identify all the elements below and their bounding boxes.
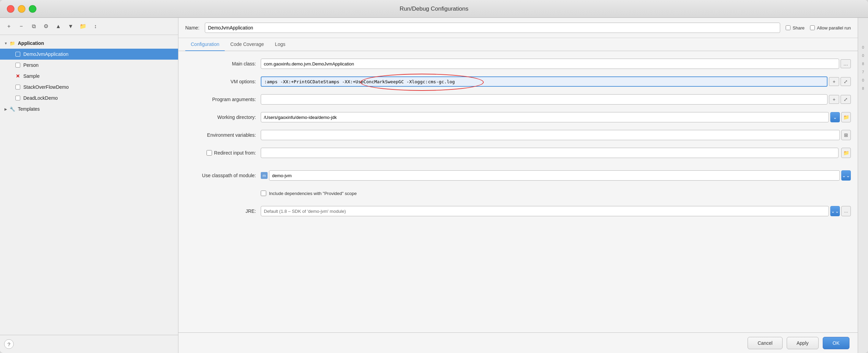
redirect-label: Redirect input from: [185, 150, 261, 156]
parallel-checkbox[interactable] [810, 25, 815, 30]
redirect-checkbox[interactable] [207, 150, 212, 156]
cancel-button[interactable]: Cancel [748, 337, 783, 349]
sidebar-item-person[interactable]: Person [0, 60, 178, 71]
module-label: Use classpath of module: [185, 173, 261, 178]
include-deps-check-group: Include dependencies with "Provided" sco… [261, 191, 851, 196]
parallel-label: Allow parallel run [817, 25, 851, 31]
main-class-row: Main class: … [185, 58, 851, 70]
program-args-browse-button[interactable]: ⤢ [841, 95, 851, 104]
jre-input[interactable] [261, 206, 829, 216]
config-icon-stackoverflow [14, 84, 21, 90]
parallel-checkbox-row: Allow parallel run [810, 25, 851, 31]
redirect-text-label: Redirect input from: [214, 150, 256, 156]
env-vars-input[interactable] [261, 130, 840, 140]
include-deps-checkbox[interactable] [261, 191, 266, 196]
sort-button[interactable]: ↕ [91, 23, 100, 30]
right-panel: Name: Share Allow parallel run Configura… [178, 18, 858, 353]
sidebar-label-demojvmapplication: DemoJvmApplication [23, 51, 69, 57]
right-num-0: 0 [862, 45, 864, 49]
sidebar-label-application: Application [18, 40, 44, 46]
sidebar-label-templates: Templates [18, 106, 40, 112]
env-vars-input-group: ⊞ [261, 130, 851, 140]
program-args-expand-button[interactable]: + [829, 95, 839, 104]
working-dir-row: Working directory: ⌄ 📁 [185, 111, 851, 123]
sidebar-label-deadlock: DeadLockDemo [23, 95, 58, 101]
form-area: Main class: … VM options: + ⤢ [178, 51, 858, 332]
vm-options-wrapper: + ⤢ [261, 76, 851, 87]
expand-arrow-templates: ▶ [3, 106, 9, 112]
sidebar: + − ⧉ ⚙ ▲ ▼ 📁 ↕ ▼ 📁 Application [0, 18, 178, 353]
vm-input-row: + ⤢ [261, 76, 851, 87]
config-icon-demojvm [14, 51, 21, 57]
redirect-input[interactable] [261, 148, 838, 158]
include-deps-row: Include dependencies with "Provided" sco… [185, 187, 851, 199]
working-dir-input[interactable] [261, 112, 829, 122]
right-num-4: 0 [862, 78, 864, 82]
share-checkbox-row: Share [786, 25, 805, 31]
move-up-button[interactable]: ▲ [54, 23, 63, 30]
share-label: Share [793, 25, 805, 31]
move-down-button[interactable]: ▼ [66, 23, 75, 30]
include-deps-label: Include dependencies with "Provided" sco… [269, 191, 357, 196]
config-tree: ▼ 📁 Application DemoJvmApplication [0, 35, 178, 335]
jre-label: JRE: [185, 208, 261, 214]
maximize-button[interactable] [29, 5, 36, 13]
settings-button[interactable]: ⚙ [41, 23, 51, 30]
tab-configuration[interactable]: Configuration [185, 38, 225, 51]
right-num-5: 8 [862, 86, 864, 90]
bottom-bar: Cancel Apply OK [178, 332, 858, 353]
env-vars-edit-button[interactable]: ⊞ [841, 130, 851, 140]
remove-config-button[interactable]: − [16, 23, 26, 30]
module-input[interactable] [269, 170, 840, 181]
tab-code-coverage[interactable]: Code Coverage [225, 38, 269, 51]
sidebar-item-deadlock[interactable]: DeadLockDemo [0, 93, 178, 104]
folder-icon: 📁 [9, 40, 16, 46]
vm-options-row: VM options: + ⤢ [185, 76, 851, 87]
vm-options-collapse-button[interactable]: ⤢ [841, 77, 851, 86]
config-icon-deadlock [14, 95, 21, 101]
share-checkbox[interactable] [786, 25, 790, 30]
sidebar-item-stackoverflow[interactable]: StackOverFlowDemo [0, 82, 178, 93]
module-dropdown-button[interactable]: ⌄⌄ [841, 170, 851, 181]
vm-options-input[interactable] [261, 76, 828, 87]
sidebar-item-application[interactable]: ▼ 📁 Application [0, 38, 178, 49]
sidebar-item-demojvmapplication[interactable]: DemoJvmApplication [0, 49, 178, 60]
title-bar: Run/Debug Configurations [0, 0, 868, 18]
close-button[interactable] [7, 5, 14, 13]
vm-options-expand-button[interactable]: + [829, 77, 839, 86]
main-class-input[interactable] [261, 59, 839, 69]
sidebar-bottom: ? [0, 335, 178, 353]
env-vars-row: Environment variables: ⊞ [185, 129, 851, 141]
module-icon: m [261, 172, 268, 179]
sidebar-label-sample: Sample [23, 73, 39, 79]
program-args-input[interactable] [261, 94, 828, 105]
sidebar-item-templates[interactable]: ▶ 🔧 Templates [0, 104, 178, 114]
folder-button[interactable]: 📁 [78, 23, 88, 30]
working-dir-dropdown-button[interactable]: ⌄ [830, 112, 840, 122]
redirect-input-group: 📁 [261, 148, 851, 158]
tabs: Configuration Code Coverage Logs [178, 38, 858, 51]
working-dir-label: Working directory: [185, 114, 261, 120]
minimize-button[interactable] [18, 5, 25, 13]
sidebar-label-person: Person [23, 62, 38, 68]
ok-button[interactable]: OK [823, 337, 849, 349]
add-config-button[interactable]: + [4, 23, 14, 30]
help-button[interactable]: ? [4, 339, 14, 349]
apply-button[interactable]: Apply [787, 337, 819, 349]
sidebar-item-sample[interactable]: ✕ Sample [0, 71, 178, 82]
sidebar-label-stackoverflow: StackOverFlowDemo [23, 84, 69, 90]
wrench-icon: 🔧 [9, 106, 16, 112]
error-icon-sample: ✕ [14, 73, 21, 79]
right-num-2: 8 [862, 62, 864, 66]
jre-browse-button[interactable]: … [841, 206, 851, 216]
copy-config-button[interactable]: ⧉ [29, 23, 38, 30]
name-input[interactable] [205, 23, 780, 33]
module-row: Use classpath of module: m ⌄⌄ [185, 170, 851, 181]
redirect-browse-button[interactable]: 📁 [841, 148, 851, 158]
working-dir-browse-button[interactable]: 📁 [841, 112, 851, 122]
jre-input-group: ⌄⌄ … [261, 206, 851, 216]
tab-logs[interactable]: Logs [269, 38, 291, 51]
config-icon-person [14, 62, 21, 68]
main-class-browse-button[interactable]: … [841, 59, 851, 68]
jre-dropdown-button[interactable]: ⌄⌄ [830, 206, 840, 216]
